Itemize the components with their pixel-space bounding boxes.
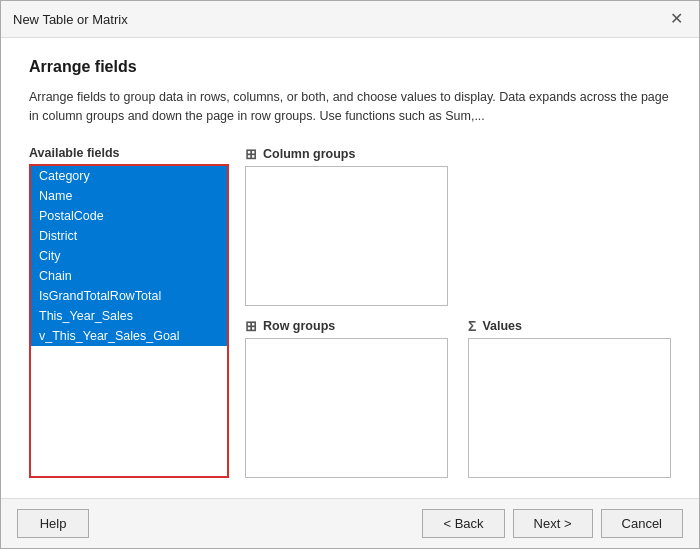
list-item[interactable]: Chain xyxy=(31,266,227,286)
title-bar: New Table or Matrix ✕ xyxy=(1,1,699,38)
list-item[interactable]: IsGrandTotalRowTotal xyxy=(31,286,227,306)
list-item[interactable]: Category xyxy=(31,166,227,186)
left-panel: Available fields CategoryNamePostalCodeD… xyxy=(29,146,229,479)
available-fields-box[interactable]: CategoryNamePostalCodeDistrictCityChainI… xyxy=(29,164,229,479)
nav-buttons: < Back Next > Cancel xyxy=(422,509,683,538)
row-groups-icon: ⊞ xyxy=(245,318,257,334)
values-section: Σ Values xyxy=(468,318,671,478)
values-box[interactable] xyxy=(468,338,671,478)
back-button[interactable]: < Back xyxy=(422,509,504,538)
help-button[interactable]: Help xyxy=(17,509,89,538)
list-item[interactable]: Name xyxy=(31,186,227,206)
values-icon: Σ xyxy=(468,318,476,334)
dialog-title: New Table or Matrix xyxy=(13,12,128,27)
available-fields-label: Available fields xyxy=(29,146,229,160)
dialog: New Table or Matrix ✕ Arrange fields Arr… xyxy=(0,0,700,549)
fields-area: Available fields CategoryNamePostalCodeD… xyxy=(29,146,671,479)
list-item[interactable]: PostalCode xyxy=(31,206,227,226)
page-description: Arrange fields to group data in rows, co… xyxy=(29,88,671,126)
column-groups-section: ⊞ Column groups xyxy=(245,146,448,306)
right-panel: ⊞ Column groups ⊞ Row groups xyxy=(245,146,671,479)
values-label: Σ Values xyxy=(468,318,671,334)
list-item[interactable]: City xyxy=(31,246,227,266)
page-title: Arrange fields xyxy=(29,58,671,76)
list-item[interactable]: District xyxy=(31,226,227,246)
column-groups-label: ⊞ Column groups xyxy=(245,146,448,162)
close-button[interactable]: ✕ xyxy=(666,9,687,29)
row-groups-box[interactable] xyxy=(245,338,448,478)
row-groups-section: ⊞ Row groups xyxy=(245,318,448,478)
list-item[interactable]: v_This_Year_Sales_Goal xyxy=(31,326,227,346)
main-content: Arrange fields Arrange fields to group d… xyxy=(1,38,699,498)
top-right-spacer xyxy=(468,146,671,306)
next-button[interactable]: Next > xyxy=(513,509,593,538)
column-groups-icon: ⊞ xyxy=(245,146,257,162)
cancel-button[interactable]: Cancel xyxy=(601,509,683,538)
list-item[interactable]: This_Year_Sales xyxy=(31,306,227,326)
row-groups-label: ⊞ Row groups xyxy=(245,318,448,334)
column-groups-box[interactable] xyxy=(245,166,448,306)
bottom-bar: Help < Back Next > Cancel xyxy=(1,498,699,548)
